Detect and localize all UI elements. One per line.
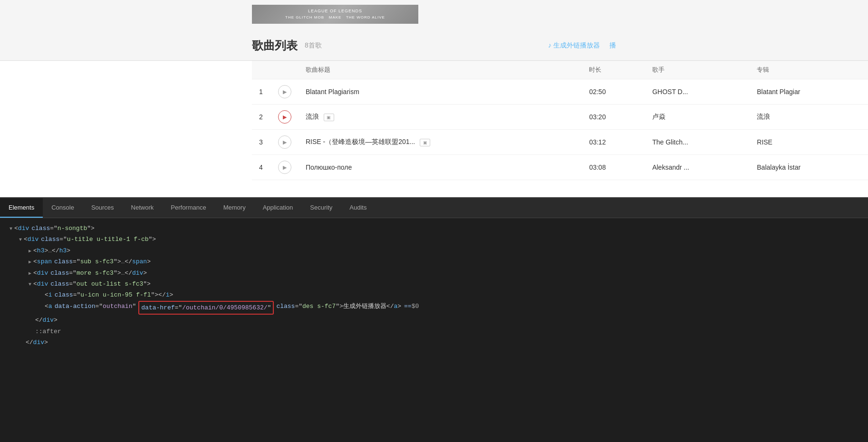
code-line: <div class="more s-fc3" > … </div> bbox=[10, 268, 858, 279]
play-button-active[interactable]: ▶ bbox=[278, 110, 291, 124]
song-album: RISE bbox=[750, 130, 868, 155]
code-line: <div class="n-songtb" > bbox=[10, 223, 858, 234]
song-title: Blatant Plagiarism bbox=[299, 79, 582, 105]
song-duration: 03:20 bbox=[582, 105, 645, 130]
mv-icon: ▣ bbox=[420, 139, 430, 146]
song-count: 8首歌 bbox=[305, 41, 322, 50]
song-title: 流浪 ▣ bbox=[299, 105, 582, 130]
song-album: 流浪 bbox=[750, 105, 868, 130]
col-header-album: 专辑 bbox=[750, 61, 868, 79]
expand-triangle[interactable] bbox=[29, 268, 33, 279]
generate-player-link[interactable]: ♪ 生成外链播放器 bbox=[548, 41, 600, 50]
table-row: 3 ▶ RISE -（登峰造极境—英雄联盟201... ▣ 03:12 The … bbox=[252, 130, 868, 155]
song-num: 4 bbox=[252, 155, 271, 180]
tab-performance[interactable]: Performance bbox=[162, 198, 214, 218]
song-album: Balalayka İstar bbox=[750, 155, 868, 180]
play-button[interactable]: ▶ bbox=[278, 85, 291, 98]
webpage-content: LEAGUE OF LEGENDS THE GLITCH MOB MAKE TH… bbox=[0, 0, 868, 197]
code-line: ::after bbox=[10, 326, 858, 337]
song-album: Blatant Plagiar bbox=[750, 79, 868, 105]
tab-network[interactable]: Network bbox=[123, 198, 163, 218]
tab-memory[interactable]: Memory bbox=[215, 198, 254, 218]
devtools-code-panel: <div class="n-songtb" > <div class="u-ti… bbox=[0, 218, 868, 442]
song-num: 2 bbox=[252, 105, 271, 130]
tab-console[interactable]: Console bbox=[43, 198, 83, 218]
devtools-panel: Elements Console Sources Network Perform… bbox=[0, 197, 868, 442]
play-btn-cell[interactable]: ▶ bbox=[271, 130, 299, 155]
song-duration: 03:12 bbox=[582, 130, 645, 155]
col-header-title: 歌曲标题 bbox=[299, 61, 582, 79]
album-art-container: LEAGUE OF LEGENDS THE GLITCH MOB MAKE TH… bbox=[0, 0, 868, 29]
play-button[interactable]: ▶ bbox=[278, 135, 291, 149]
pseudo-element: ::after bbox=[35, 326, 61, 337]
song-artist: Aleksandr ... bbox=[645, 155, 750, 180]
tab-sources[interactable]: Sources bbox=[83, 198, 123, 218]
song-title: Полюшко-поле bbox=[299, 155, 582, 180]
code-line: <div class="out out-list s-fc3" > bbox=[10, 279, 858, 289]
song-list-header: 歌曲列表 8首歌 ♪ 生成外链播放器 播 bbox=[0, 29, 868, 61]
tab-security[interactable]: Security bbox=[301, 198, 341, 218]
tab-elements[interactable]: Elements bbox=[0, 198, 43, 218]
code-line: </div> bbox=[10, 337, 858, 348]
code-line-highlighted: <a data-action="outchain" data-href="/ou… bbox=[10, 301, 858, 315]
collapse-triangle[interactable] bbox=[29, 279, 33, 289]
table-row: 4 ▶ Полюшко-поле 03:08 Aleksandr ... Bal… bbox=[252, 155, 868, 180]
highlighted-attribute: data-href="/outchain/0/4950985632/" bbox=[138, 301, 274, 315]
devtools-tabs: Elements Console Sources Network Perform… bbox=[0, 198, 868, 218]
col-header-num2 bbox=[271, 61, 299, 79]
song-duration: 02:50 bbox=[582, 79, 645, 105]
song-title: RISE -（登峰造极境—英雄联盟201... ▣ bbox=[299, 130, 582, 155]
play-btn-cell[interactable]: ▶ bbox=[271, 155, 299, 180]
song-num: 3 bbox=[252, 130, 271, 155]
tab-audits[interactable]: Audits bbox=[341, 198, 375, 218]
song-num: 1 bbox=[252, 79, 271, 105]
song-list-title: 歌曲列表 bbox=[252, 38, 298, 53]
song-artist: The Glitch... bbox=[645, 130, 750, 155]
dollar-zero-marker: $0 bbox=[412, 301, 419, 312]
play-btn-cell[interactable]: ▶ bbox=[271, 105, 299, 130]
song-artist: GHOST D... bbox=[645, 79, 750, 105]
play-btn-cell[interactable]: ▶ bbox=[271, 79, 299, 105]
expand-triangle[interactable] bbox=[29, 245, 33, 256]
col-header-artist: 歌手 bbox=[645, 61, 750, 79]
code-line: <div class="u-title u-title-1 f-cb" > bbox=[10, 234, 858, 245]
song-duration: 03:08 bbox=[582, 155, 645, 180]
song-list-actions[interactable]: ♪ 生成外链播放器 播 bbox=[548, 41, 616, 50]
code-line: <h3> … </h3> bbox=[10, 245, 858, 256]
collapse-triangle[interactable] bbox=[10, 223, 14, 234]
album-art: LEAGUE OF LEGENDS THE GLITCH MOB MAKE TH… bbox=[252, 5, 418, 24]
dom-marker: == bbox=[404, 301, 412, 312]
col-header-num bbox=[252, 61, 271, 79]
expand-triangle[interactable] bbox=[29, 256, 33, 267]
code-line: <span class="sub s-fc3" > … </span> bbox=[10, 256, 858, 267]
play-button[interactable]: ▶ bbox=[278, 161, 291, 174]
code-line: </div> bbox=[10, 315, 858, 326]
mv-icon: ▣ bbox=[324, 114, 334, 121]
play-action[interactable]: 播 bbox=[609, 41, 616, 50]
table-row: 2 ▶ 流浪 ▣ 03:20 卢焱 流浪 bbox=[252, 105, 868, 130]
col-header-duration: 时长 bbox=[582, 61, 645, 79]
code-line: <i class="u-icn u-icn-95 f-fl" ></i> bbox=[10, 289, 858, 300]
link-text: 生成外链播放器 bbox=[343, 301, 386, 312]
table-row: 1 ▶ Blatant Plagiarism 02:50 GHOST D... … bbox=[252, 79, 868, 105]
song-table: 歌曲标题 时长 歌手 专辑 1 ▶ Blatant Plagiarism 02:… bbox=[252, 61, 868, 180]
collapse-triangle[interactable] bbox=[19, 234, 24, 245]
song-artist: 卢焱 bbox=[645, 105, 750, 130]
tab-application[interactable]: Application bbox=[254, 198, 302, 218]
